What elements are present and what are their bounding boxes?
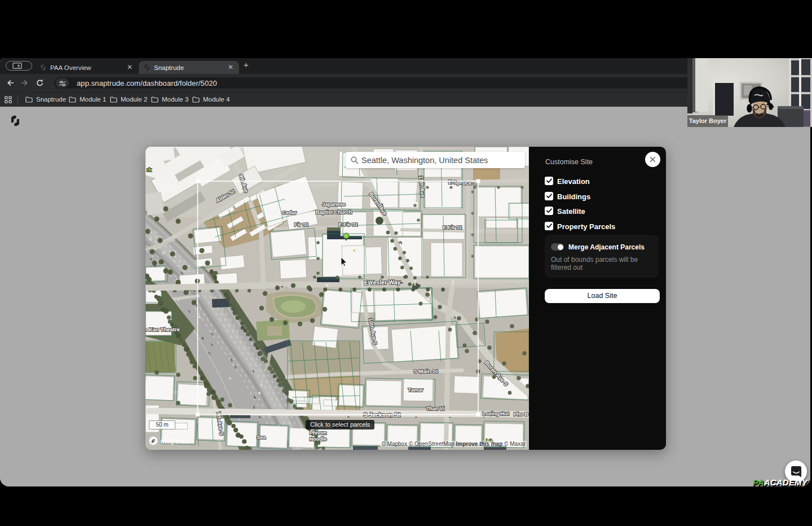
svg-text:Fir St: Fir St	[294, 221, 308, 227]
svg-text:Pho B: Pho B	[514, 411, 528, 417]
svg-text:Cedar: Cedar	[282, 210, 297, 216]
svg-text:n Kan Theatre: n Kan Theatre	[145, 326, 180, 332]
svg-text:Sea: Sea	[257, 435, 266, 440]
svg-text:Tamar: Tamar	[408, 387, 423, 393]
svg-text:E Fir St: E Fir St	[443, 224, 462, 230]
svg-text:E Fir St: E Fir St	[338, 221, 358, 227]
svg-text:Loving Hut: Loving Hut	[483, 411, 509, 417]
svg-text:S Main St: S Main St	[414, 368, 439, 374]
svg-text:E Yesler Way: E Yesler Way	[364, 278, 400, 286]
svg-text:Noodle: Noodle	[310, 436, 327, 442]
svg-text:e: e	[353, 248, 356, 253]
svg-text:Phnom: Phnom	[310, 430, 327, 436]
svg-text:Baptist Church: Baptist Church	[316, 209, 352, 215]
svg-text:rk: rk	[147, 167, 152, 173]
svg-text:Than Vi: Than Vi	[426, 406, 444, 411]
svg-text:Japanese: Japanese	[322, 201, 345, 207]
